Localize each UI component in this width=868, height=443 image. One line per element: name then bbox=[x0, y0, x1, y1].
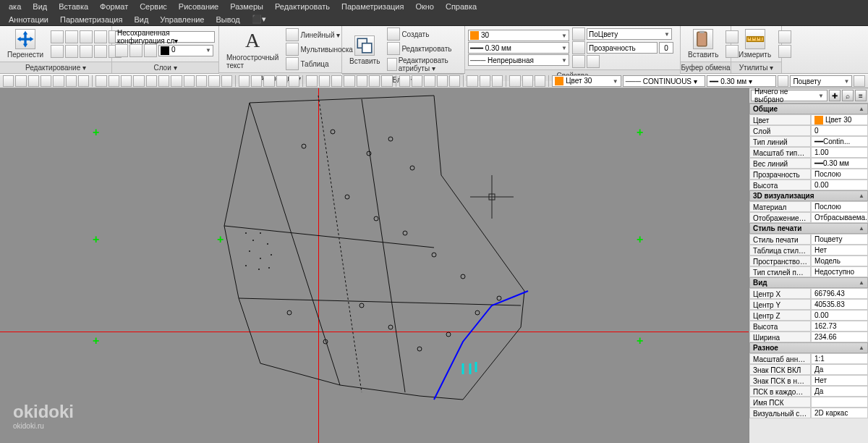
props-value[interactable]: Послою bbox=[811, 169, 868, 180]
ribbon-tab[interactable]: Параметризация bbox=[54, 15, 128, 24]
selection-combo[interactable]: Ничего не выбрано▼ bbox=[751, 90, 827, 101]
layer-config-select[interactable]: Несохраненная конфигурация сл▾ bbox=[115, 31, 215, 43]
edit-tool-icon[interactable] bbox=[94, 30, 107, 43]
panel-title[interactable]: Редактирование ▾ bbox=[0, 62, 111, 73]
props-row[interactable]: Тип линий━━ Contin... bbox=[749, 136, 868, 147]
block-attredit-icon[interactable] bbox=[387, 58, 396, 71]
props-value[interactable]: Да bbox=[811, 386, 868, 397]
props-row[interactable]: Центр X66796.43 bbox=[749, 288, 868, 299]
props-row[interactable]: Тип стилей печатиНедоступно bbox=[749, 266, 868, 277]
table-icon[interactable] bbox=[286, 57, 299, 70]
prop-icon[interactable] bbox=[572, 55, 585, 68]
layer-icon[interactable] bbox=[115, 44, 128, 57]
props-value[interactable]: ━━ Contin... bbox=[811, 136, 868, 147]
ribbon-tab[interactable]: Вид bbox=[128, 15, 154, 24]
plotstyle-quick-select[interactable]: Поцвету▼ bbox=[790, 75, 852, 87]
tool-icon[interactable] bbox=[251, 75, 262, 87]
menu-item[interactable]: Редактировать bbox=[269, 2, 336, 11]
menu-item[interactable]: Окно bbox=[409, 2, 440, 11]
tool-icon[interactable] bbox=[53, 75, 64, 87]
tool-icon[interactable] bbox=[66, 75, 77, 87]
menu-item[interactable]: Параметризация bbox=[336, 2, 409, 11]
transparency-input[interactable]: 0 bbox=[659, 42, 673, 54]
props-row[interactable]: МатериалПослою bbox=[749, 201, 868, 212]
props-value[interactable]: 0.00 bbox=[811, 180, 868, 190]
tool-icon[interactable] bbox=[854, 75, 864, 87]
tool-icon[interactable] bbox=[535, 75, 545, 87]
menu-bar[interactable]: ака Вид Вставка Формат Сервис Рисование … bbox=[0, 0, 868, 13]
measure-button[interactable]: Измерить bbox=[734, 28, 775, 60]
props-row[interactable]: Центр Z0.00 bbox=[749, 310, 868, 321]
props-row[interactable]: Стиль печатиПоцвету bbox=[749, 234, 868, 245]
edit-tool-icon[interactable] bbox=[94, 45, 107, 58]
tool-icon[interactable] bbox=[146, 75, 157, 87]
tool-icon[interactable] bbox=[133, 75, 144, 87]
props-settings-icon[interactable]: ≡ bbox=[855, 90, 867, 101]
ribbon-tab[interactable]: ⬛▾ bbox=[246, 14, 272, 24]
tool-icon[interactable] bbox=[239, 75, 250, 87]
props-value[interactable]: Модель bbox=[811, 256, 868, 266]
props-row[interactable]: Слой0 bbox=[749, 125, 868, 136]
props-row[interactable]: ПрозрачностьПослою bbox=[749, 169, 868, 180]
tool-icon[interactable] bbox=[158, 75, 169, 87]
props-value[interactable]: Недоступно bbox=[811, 266, 868, 277]
props-row[interactable]: Вес линий━━ 0.30 мм bbox=[749, 158, 868, 169]
edit-tool-icon[interactable] bbox=[80, 30, 93, 43]
props-row[interactable]: Высота0.00 bbox=[749, 180, 868, 190]
tool-icon[interactable] bbox=[109, 75, 119, 87]
props-value[interactable]: ━━ 0.30 мм bbox=[811, 158, 868, 169]
tool-icon[interactable] bbox=[196, 75, 207, 87]
props-section-header[interactable]: Общие▲ bbox=[749, 104, 868, 114]
menu-item[interactable]: Справка bbox=[440, 2, 482, 11]
tool-icon[interactable] bbox=[778, 75, 788, 87]
tool-icon[interactable] bbox=[480, 75, 490, 87]
props-row[interactable]: Пространство та...Модель bbox=[749, 256, 868, 266]
props-value[interactable]: Да bbox=[811, 364, 868, 375]
props-row[interactable]: Знак ПСК ВКЛДа bbox=[749, 364, 868, 375]
props-value[interactable] bbox=[811, 397, 868, 408]
quickselect-icon[interactable]: ⌕ bbox=[842, 90, 854, 101]
edit-tool-icon[interactable] bbox=[51, 45, 64, 58]
props-row[interactable]: Отображение те...Отбрасываема... bbox=[749, 212, 868, 223]
menu-item[interactable]: Сервис bbox=[134, 2, 173, 11]
props-value[interactable]: 0 bbox=[811, 125, 868, 136]
tool-icon[interactable] bbox=[331, 75, 342, 87]
props-row[interactable]: Имя ПСК bbox=[749, 397, 868, 408]
ribbon-tabs[interactable]: Аннотации Параметризация Вид Управление … bbox=[0, 13, 868, 26]
ribbon-tab[interactable]: Управление bbox=[154, 15, 210, 24]
tool-icon[interactable] bbox=[184, 75, 195, 87]
props-row[interactable]: ЦветЦвет 30 bbox=[749, 114, 868, 125]
util-icon[interactable] bbox=[778, 45, 791, 58]
edit-tool-icon[interactable] bbox=[80, 45, 93, 58]
layer-select[interactable]: 0▼ bbox=[158, 45, 213, 56]
menu-item[interactable]: Вставка bbox=[53, 2, 94, 11]
props-value[interactable]: Цвет 30 bbox=[811, 114, 868, 125]
tool-icon[interactable] bbox=[399, 75, 410, 87]
prop-icon[interactable] bbox=[587, 55, 600, 68]
props-row[interactable]: Масштаб аннота...1:1 bbox=[749, 353, 868, 364]
multileader-icon[interactable] bbox=[286, 43, 299, 56]
props-row[interactable]: Масштаб типа л...1.00 bbox=[749, 147, 868, 158]
layer-icon[interactable] bbox=[129, 44, 142, 57]
tool-icon[interactable] bbox=[467, 75, 477, 87]
props-value[interactable]: 0.00 bbox=[811, 310, 868, 321]
menu-item[interactable]: ака bbox=[3, 2, 27, 11]
props-value[interactable]: Послою bbox=[811, 201, 868, 212]
props-row[interactable]: Визуальный стиль2D каркас bbox=[749, 408, 868, 418]
tool-icon[interactable] bbox=[412, 75, 422, 87]
edit-tool-icon[interactable] bbox=[65, 45, 78, 58]
props-value[interactable]: 40535.83 bbox=[811, 299, 868, 310]
props-value[interactable]: 66796.43 bbox=[811, 288, 868, 299]
menu-item[interactable]: Формат bbox=[94, 2, 134, 11]
props-value[interactable]: 234.66 bbox=[811, 332, 868, 342]
tool-icon[interactable] bbox=[171, 75, 182, 87]
tool-icon[interactable] bbox=[263, 75, 274, 87]
layer-icon[interactable] bbox=[144, 44, 157, 57]
layer-quick-select[interactable]: Цвет 30▼ bbox=[552, 75, 621, 87]
tool-icon[interactable] bbox=[95, 75, 106, 87]
tool-icon[interactable] bbox=[289, 75, 299, 87]
linetype-quick-select[interactable]: ─── CONTINUOUS ▾ bbox=[623, 75, 706, 87]
props-section-header[interactable]: Разное▲ bbox=[749, 342, 868, 353]
tool-icon[interactable] bbox=[357, 75, 367, 87]
props-value[interactable]: Нет bbox=[811, 245, 868, 256]
